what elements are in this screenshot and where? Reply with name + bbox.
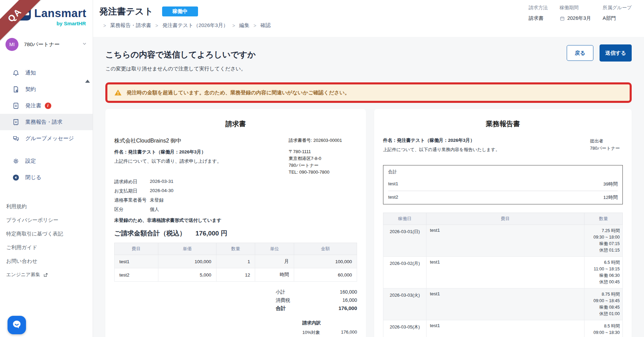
- sidebar-item-work-report-billing[interactable]: ¥ 業務報告・請求: [0, 114, 93, 130]
- invoice-greeting: 上記件について、以下の通り、請求申し上げます。: [114, 158, 222, 164]
- work-report-row: 2026-03-02(月) test1 6.5 時間 11:00 ~ 18:15…: [383, 257, 623, 288]
- work-report-preview-panel: 業務報告書 件名：発注書テスト（稼働月：2026年3月） 上記件について、以下の…: [374, 109, 632, 337]
- page-title: 発注書テスト: [99, 5, 153, 17]
- work-report-title: 業務報告書: [383, 119, 623, 129]
- sidebar-item-label: 発注書: [25, 102, 41, 109]
- calendar-icon: [560, 16, 565, 21]
- user-name: 780パートナー: [24, 41, 82, 48]
- sidebar-nav: 通知 契約 発注書 i ¥ 業務報告・請求 グループメッセージ: [0, 65, 93, 186]
- group-message-icon: [12, 135, 20, 142]
- user-menu[interactable]: MI 780パートナー: [5, 38, 87, 51]
- sidebar-item-notifications[interactable]: 通知: [0, 65, 93, 81]
- purchase-order-icon: [12, 102, 20, 109]
- breadcrumb-item-order[interactable]: 発注書テスト（2026年3月）: [162, 22, 228, 29]
- report-submitter-block: 提出者 780パートナー: [590, 137, 623, 153]
- invoice-totals: 小計160,000 消費税16,000 合計176,000: [276, 288, 357, 312]
- sidebar-item-label: 閉じる: [25, 174, 41, 181]
- sidebar-item-group-messages[interactable]: グループメッセージ: [0, 130, 93, 147]
- breadcrumb-item-work-report-billing[interactable]: 業務報告・請求書: [110, 22, 151, 29]
- meta-working-period: 稼働期間 2026年3月: [560, 5, 591, 22]
- meta-group: 所属グループ A部門: [603, 5, 632, 22]
- breadcrumb-separator: >: [232, 23, 235, 28]
- action-buttons: 戻る 送信する: [567, 44, 632, 62]
- status-badge: 稼働中: [162, 6, 198, 16]
- invoice-info-row: 区分 個人: [114, 206, 357, 213]
- invoice-line-item-row: test1 100,000 1 月 100,000: [115, 255, 357, 268]
- engineer-recruiting-link[interactable]: エンジニア募集: [6, 272, 93, 278]
- invoice-title: 請求書: [114, 119, 357, 129]
- breadcrumb-separator: >: [103, 23, 106, 28]
- chevron-down-icon: [82, 41, 87, 48]
- warning-triangle-icon: [114, 89, 122, 96]
- sidebar-item-label: 通知: [25, 69, 36, 77]
- content-area: こちらの内容で送信してよろしいですか この変更は取り消せませんので注意して実行し…: [93, 37, 644, 337]
- invoice-tax-breakdown: 請求内訳 10%対象176,000: [302, 320, 357, 336]
- terms-link[interactable]: 利用規約: [6, 203, 93, 210]
- breadcrumb: > 業務報告・請求書 > 発注書テスト（2026年3月） > 編集 > 確認: [99, 22, 632, 29]
- sidebar-item-contracts[interactable]: 契約: [0, 81, 93, 97]
- report-greeting: 上記件について、以下の通り業務内容を報告いたします。: [383, 147, 500, 153]
- sidebar-item-label: 契約: [25, 86, 36, 93]
- info-badge: i: [45, 103, 51, 109]
- invoice-info-rows: 請求締め日 2026-03-31 お支払期日 2026-04-30 適格事業者番…: [114, 179, 357, 213]
- contact-link[interactable]: お問い合わせ: [6, 258, 93, 265]
- over-amount-warning-banner: 発注時の金額を超過しています。念のため、業務登録の内容に間違いがないかご確認くだ…: [105, 82, 632, 103]
- commerce-disclosure-link[interactable]: 特定商取引に基づく表記: [6, 231, 93, 237]
- report-invoice-icon: ¥: [12, 118, 20, 126]
- sidebar-item-collapse[interactable]: 閉じる: [0, 169, 93, 186]
- breadcrumb-separator: >: [155, 23, 158, 28]
- chat-widget-button[interactable]: [8, 316, 26, 334]
- contract-check-icon: [12, 85, 20, 93]
- invoice-preview-panel: 請求書 株式会社CloudBrains2 御中 件名：発注書テスト（稼働月：20…: [105, 109, 366, 337]
- page-header: 発注書テスト 稼働中 > 業務報告・請求書 > 発注書テスト（2026年3月） …: [93, 0, 644, 37]
- invoice-subject: 件名：発注書テスト（稼働月：2026年3月）: [114, 149, 222, 155]
- confirm-heading: こちらの内容で送信してよろしいですか: [105, 37, 632, 60]
- external-link-icon: [43, 272, 48, 278]
- confirm-note: この変更は取り消せませんので注意して実行してください。: [105, 66, 632, 72]
- sidebar-item-label: グループメッセージ: [25, 135, 74, 142]
- scroll-up-indicator: [85, 80, 90, 83]
- back-button[interactable]: 戻る: [567, 45, 593, 61]
- invoice-number: 請求書番号: 202603-00001: [289, 137, 357, 144]
- invoice-sender-block: 請求書番号: 202603-00001 〒780-1111 東京都港区7-8-0…: [289, 137, 357, 176]
- user-guide-link[interactable]: ご利用ガイド: [6, 244, 93, 251]
- svg-text:¥: ¥: [15, 120, 17, 123]
- header-meta: 請求方法 請求書 稼働期間 2026年3月 所属グループ A部門: [529, 5, 632, 22]
- breadcrumb-separator: >: [253, 23, 256, 28]
- submit-button[interactable]: 送信する: [600, 44, 632, 62]
- privacy-policy-link[interactable]: プライバシーポリシー: [6, 217, 93, 224]
- work-report-row: 2026-03-03(火) test1 8.75 時間 09:00 ~ 18:4…: [383, 288, 623, 320]
- sidebar-item-purchase-orders[interactable]: 発注書 i: [0, 97, 93, 114]
- bell-icon: [12, 69, 20, 77]
- gear-icon: [12, 157, 20, 165]
- invoice-info-row: お支払期日 2026-04-30: [114, 188, 357, 194]
- summary-title: 合計: [388, 165, 618, 178]
- invoice-line-items-table: 費目 単価 数量 単位 金額 test1 100,000: [114, 243, 357, 282]
- warning-message: 発注時の金額を超過しています。念のため、業務登録の内容に間違いがないかご確認くだ…: [127, 90, 350, 96]
- work-report-row: 2026-03-01(日) test1 7.25 時間 09:30 ~ 18:0…: [383, 225, 623, 257]
- invoice-total-amount: ご請求金額合計（税込）176,000 円: [114, 229, 357, 238]
- summary-row: test2 12時間: [388, 191, 618, 204]
- invoice-line-item-row: test2 5,000 12 時間 60,000: [115, 268, 357, 282]
- collapse-arrow-icon: [12, 174, 20, 181]
- sidebar-footer-links: 利用規約 プライバシーポリシー 特定商取引に基づく表記 ご利用ガイド お問い合わ…: [0, 203, 93, 278]
- work-report-row: 2026-03-05(木) test1 8.5 時間 09:00 ~ 18:30…: [383, 320, 623, 337]
- invoice-recipient: 株式会社CloudBrains2 御中: [114, 137, 222, 145]
- brand-name: Lansmart: [34, 7, 87, 20]
- avatar: MI: [5, 38, 18, 51]
- meta-billing-method: 請求方法 請求書: [529, 5, 548, 22]
- breadcrumb-item-confirm: 確認: [261, 22, 271, 29]
- report-summary-box: 合計 test1 39時間 test2 12時間: [383, 165, 623, 204]
- chat-bubble-icon: [12, 319, 22, 331]
- sidebar-item-label: 業務報告・請求: [25, 119, 63, 126]
- report-subject: 件名：発注書テスト（稼働月：2026年3月）: [383, 137, 500, 144]
- sidebar-item-settings[interactable]: 設定: [0, 153, 93, 169]
- summary-row: test1 39時間: [388, 178, 618, 191]
- sidebar: QA Lansmart by SmartHR MI 780パートナー 通知 契約: [0, 0, 93, 337]
- sidebar-item-label: 設定: [25, 158, 36, 165]
- breadcrumb-item-edit[interactable]: 編集: [239, 22, 249, 29]
- invoice-unregistered-note: 未登録のため、非適格請求書形式で送付しています: [114, 217, 357, 224]
- work-report-table: 稼働日 費目 数量 2026-03-01(日) test1 7.25 時間 09…: [383, 213, 623, 337]
- invoice-info-row: 適格事業者番号 未登録: [114, 197, 357, 203]
- main-area: 発注書テスト 稼働中 > 業務報告・請求書 > 発注書テスト（2026年3月） …: [93, 0, 644, 337]
